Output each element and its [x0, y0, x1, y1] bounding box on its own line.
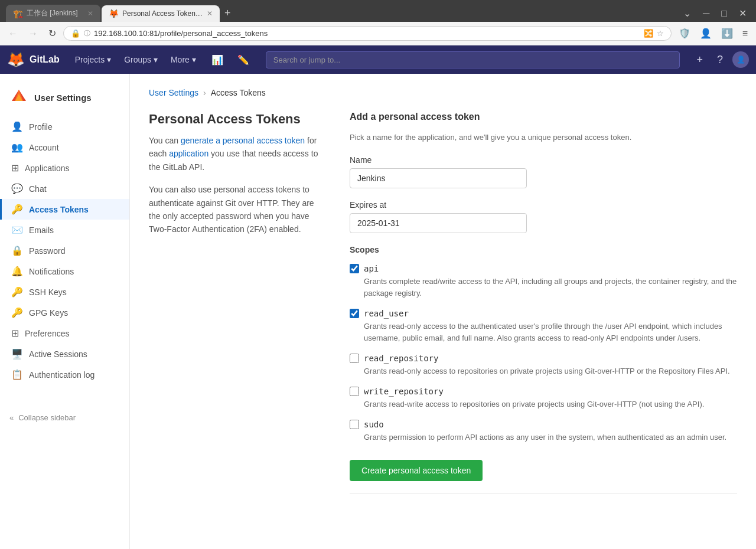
- tab-list-button[interactable]: ⌄: [680, 5, 695, 21]
- browser-tab-tab2[interactable]: 🦊 Personal Access Tokens · Use ✕: [102, 5, 220, 22]
- back-button[interactable]: ←: [5, 26, 21, 41]
- scope-name-read_repository: read_repository: [364, 354, 438, 363]
- sidebar-item-profile[interactable]: 👤 Profile: [0, 116, 129, 137]
- scope-desc-write_repository: Grants read-write access to repositories…: [364, 398, 737, 410]
- scope-name-api: api: [364, 264, 379, 273]
- search-input[interactable]: [266, 51, 680, 68]
- name-input[interactable]: [350, 168, 527, 188]
- scopes-label: Scopes: [350, 245, 737, 254]
- password-icon: 🔒: [11, 245, 23, 256]
- tab-favicon-tab2: 🦊: [109, 9, 119, 18]
- gitlab-fox-icon: 🦊: [7, 51, 25, 68]
- sidebar-item-gpg-keys[interactable]: 🔑 GPG Keys: [0, 302, 129, 323]
- scope-desc-sudo: Grants permission to perform API actions…: [364, 432, 737, 443]
- security-icon: 🔒: [71, 29, 80, 38]
- nav-projects[interactable]: Projects ▾: [69, 50, 117, 69]
- translate-icon[interactable]: 🔀: [644, 29, 653, 38]
- sidebar-item-chat[interactable]: 💬 Chat: [0, 178, 129, 199]
- scope-name-write_repository: write_repository: [364, 387, 444, 396]
- preferences-icon: ⊞: [11, 328, 19, 339]
- scope-checkbox-read_repository[interactable]: [350, 354, 359, 363]
- application-link[interactable]: application: [169, 149, 208, 158]
- forward-button[interactable]: →: [25, 26, 41, 41]
- auth-log-icon: 📋: [11, 369, 23, 380]
- nav-stats-button[interactable]: 📊: [207, 51, 228, 69]
- address-bar-container: 🔒 ⓘ 🔀 ☆: [63, 26, 672, 41]
- nav-edit-button[interactable]: ✏️: [233, 51, 254, 69]
- sidebar-label-preferences: Preferences: [25, 329, 69, 338]
- collapse-sidebar-button[interactable]: « Collapse sidebar: [0, 409, 129, 427]
- sidebar-label-profile: Profile: [29, 122, 53, 132]
- create-token-button[interactable]: Create personal access token: [350, 460, 483, 481]
- tab-favicon-tab1: 🏗️: [13, 9, 23, 18]
- scope-row-read_repository: read_repository: [350, 354, 737, 363]
- generate-link[interactable]: generate a personal access token: [181, 136, 305, 145]
- address-bar[interactable]: [94, 29, 640, 38]
- sidebar-item-auth-log[interactable]: 📋 Authentication log: [0, 364, 129, 385]
- breadcrumb: User Settings › Access Tokens: [149, 88, 737, 97]
- scope-checkbox-read_user[interactable]: [350, 309, 359, 318]
- sidebar-item-notifications[interactable]: 🔔 Notifications: [0, 261, 129, 282]
- close-button[interactable]: ✕: [735, 6, 750, 20]
- browser-tab-tab1[interactable]: 🏗️ 工作台 [Jenkins] ✕: [6, 5, 100, 22]
- page-layout: Personal Access Tokens You can generate …: [149, 112, 737, 505]
- sidebar-label-auth-log: Authentication log: [29, 370, 94, 380]
- nav-groups[interactable]: Groups ▾: [118, 50, 164, 69]
- tab-close-tab1[interactable]: ✕: [87, 9, 93, 18]
- download-button[interactable]: ⬇️: [718, 25, 737, 41]
- content-area: User Settings › Access Tokens Personal A…: [130, 74, 756, 549]
- sidebar-item-ssh-keys[interactable]: 🔑 SSH Keys: [0, 282, 129, 302]
- breadcrumb-user-settings[interactable]: User Settings: [149, 88, 198, 97]
- sidebar: User Settings 👤 Profile 👥 Account ⊞ Appl…: [0, 74, 130, 549]
- sidebar-label-password: Password: [29, 246, 65, 256]
- scopes-group: Scopes api Grants complete read/write ac…: [350, 245, 737, 444]
- breadcrumb-current: Access Tokens: [211, 88, 266, 97]
- profile-button[interactable]: 👤: [696, 25, 715, 41]
- extensions-button[interactable]: 🛡️: [675, 25, 694, 41]
- browser-tabs: 🏗️ 工作台 [Jenkins] ✕ 🦊 Personal Access Tok…: [6, 5, 220, 22]
- page-desc-1: You can generate a personal access token…: [149, 134, 326, 174]
- applications-icon: ⊞: [11, 162, 19, 174]
- menu-button[interactable]: ≡: [739, 26, 751, 41]
- scope-item-write_repository: write_repository Grants read-write acces…: [350, 387, 737, 410]
- profile-icon: 👤: [11, 121, 23, 132]
- maximize-button[interactable]: □: [718, 7, 731, 20]
- scope-row-read_user: read_user: [350, 309, 737, 318]
- scope-checkbox-api[interactable]: [350, 264, 359, 273]
- sidebar-item-access-tokens[interactable]: 🔑 Access Tokens: [0, 199, 129, 220]
- collapse-label: Collapse sidebar: [18, 413, 76, 422]
- sidebar-label-notifications: Notifications: [29, 267, 74, 276]
- scope-desc-api: Grants complete read/write access to the…: [364, 276, 737, 299]
- chat-icon: 💬: [11, 183, 23, 194]
- sidebar-item-active-sessions[interactable]: 🖥️ Active Sessions: [0, 344, 129, 364]
- expires-input[interactable]: [350, 213, 527, 233]
- sidebar-logo-icon: [9, 88, 28, 107]
- scope-item-read_repository: read_repository Grants read-only access …: [350, 354, 737, 377]
- minimize-button[interactable]: ─: [699, 7, 713, 20]
- scope-desc-read_user: Grants read-only access to the authentic…: [364, 321, 737, 344]
- gitlab-logo[interactable]: 🦊 GitLab: [7, 51, 60, 68]
- page-desc-2: You can also use personal access tokens …: [149, 183, 326, 236]
- sidebar-label-account: Account: [29, 143, 59, 152]
- nav-avatar[interactable]: 👤: [732, 51, 749, 68]
- gitlab-navbar: 🦊 GitLab Projects ▾ Groups ▾ More ▾ 📊 ✏️…: [0, 45, 756, 74]
- sidebar-item-account[interactable]: 👥 Account: [0, 137, 129, 158]
- nav-add-button[interactable]: +: [692, 50, 708, 70]
- new-tab-button[interactable]: +: [220, 5, 236, 22]
- sidebar-item-emails[interactable]: ✉️ Emails: [0, 220, 129, 240]
- page-left-panel: Personal Access Tokens You can generate …: [149, 112, 326, 505]
- reload-button[interactable]: ↻: [45, 25, 60, 41]
- scope-checkbox-sudo[interactable]: [350, 420, 359, 429]
- sidebar-item-applications[interactable]: ⊞ Applications: [0, 158, 129, 178]
- nav-help-button[interactable]: ?: [712, 50, 728, 70]
- scope-row-api: api: [350, 264, 737, 273]
- nav-more[interactable]: More ▾: [165, 50, 202, 69]
- section-divider: [350, 493, 737, 494]
- ssh-keys-icon: 🔑: [11, 286, 23, 298]
- scope-checkbox-write_repository[interactable]: [350, 387, 359, 396]
- bookmark-icon[interactable]: ☆: [657, 29, 664, 38]
- sidebar-item-preferences[interactable]: ⊞ Preferences: [0, 323, 129, 344]
- sidebar-item-password[interactable]: 🔒 Password: [0, 240, 129, 261]
- tab-close-tab2[interactable]: ✕: [207, 9, 213, 18]
- page-title: Personal Access Tokens: [149, 112, 326, 127]
